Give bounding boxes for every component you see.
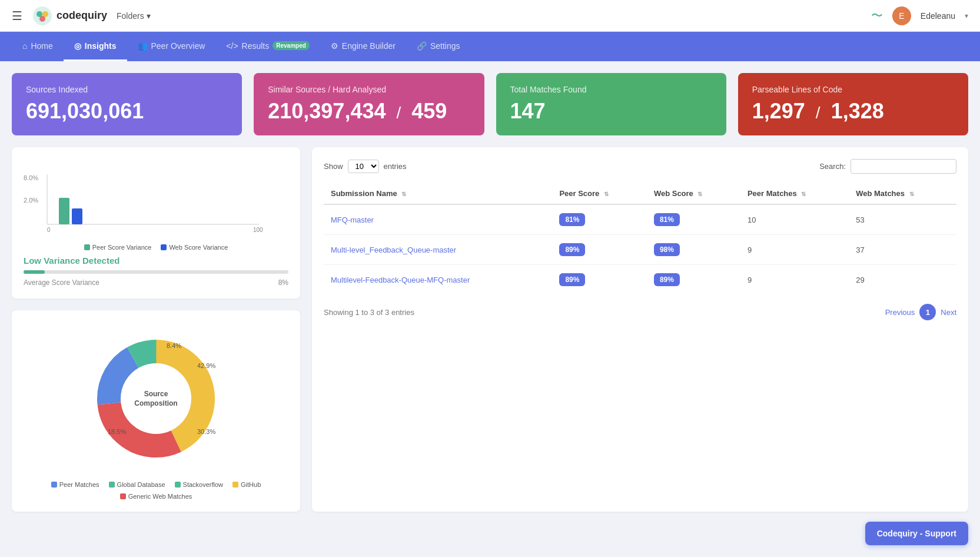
svg-point-16: [122, 364, 190, 433]
legend-peer: Peer Score Variance: [84, 244, 152, 251]
hamburger-icon[interactable]: ☰: [12, 9, 22, 23]
cell-peer-matches: 10: [740, 204, 849, 235]
stat-card-sources-indexed: Sources Indexed 691,030,061: [12, 73, 242, 135]
tab-insights[interactable]: ◎ Insights: [64, 32, 127, 61]
data-table: Submission Name ⇅ Peer Score ⇅ Web Score…: [324, 183, 956, 294]
svg-text:0: 0: [47, 227, 51, 233]
avg-variance-row: Average Score Variance 8%: [24, 278, 288, 287]
legend-peer-matches: Peer Matches: [51, 481, 99, 488]
next-button[interactable]: Next: [941, 308, 956, 317]
stat-label-similar: Similar Sources / Hard Analysed: [268, 85, 470, 94]
table-row: MFQ-master 81% 81% 10 53: [324, 204, 956, 235]
tab-peer-overview[interactable]: 👥 Peer Overview: [127, 32, 216, 61]
variance-chart-svg: 8.0% 2.0% 0 100: [24, 168, 271, 233]
folders-button[interactable]: Folders ▾: [117, 11, 151, 21]
svg-text:8.4%: 8.4%: [167, 342, 181, 349]
settings-icon: 🔗: [417, 41, 427, 51]
stat-value-parseable: 1,297 / 1,328: [752, 99, 954, 124]
prev-button[interactable]: Previous: [885, 308, 915, 317]
cell-peer-score: 89%: [552, 265, 647, 295]
svg-text:Source: Source: [144, 390, 168, 398]
pulse-icon[interactable]: 〜: [871, 8, 883, 24]
cell-submission-name: Multilevel-Feedback-Queue-MFQ-master: [324, 265, 552, 295]
col-submission-name[interactable]: Submission Name ⇅: [324, 183, 552, 204]
svg-text:Composition: Composition: [134, 399, 177, 407]
col-web-matches[interactable]: Web Matches ⇅: [849, 183, 956, 204]
cell-peer-matches: 9: [740, 235, 849, 265]
pagination: Previous 1 Next: [885, 304, 956, 320]
donut-chart-svg: Source Composition 42.9% 30.3% 18.5% 8.4…: [79, 322, 232, 475]
show-label: Show: [324, 162, 343, 171]
left-panels: 8.0% 2.0% 0 100 Peer Score Variance: [12, 147, 300, 512]
support-button[interactable]: Codequiry - Support: [865, 522, 968, 545]
cell-web-score: 81%: [647, 204, 740, 235]
nav-tabs: ⌂ Home ◎ Insights 👥 Peer Overview </> Re…: [0, 32, 980, 61]
entries-label: entries: [384, 162, 407, 171]
topbar-right: 〜 E Edeleanu ▾: [871, 6, 968, 25]
user-chevron-icon[interactable]: ▾: [965, 12, 968, 20]
stat-value-similar: 210,397,434 / 459: [268, 99, 470, 124]
tab-home[interactable]: ⌂ Home: [12, 32, 64, 61]
submission-link[interactable]: MFQ-master: [331, 215, 374, 224]
stat-label-matches: Total Matches Found: [510, 85, 712, 94]
results-icon: </>: [226, 41, 238, 51]
cell-web-matches: 37: [849, 235, 956, 265]
svg-rect-8: [59, 198, 69, 224]
svg-point-3: [39, 16, 45, 22]
cell-peer-score: 89%: [552, 235, 647, 265]
col-web-score[interactable]: Web Score ⇅: [647, 183, 740, 204]
search-row: Search:: [819, 159, 956, 174]
svg-rect-9: [72, 208, 82, 224]
variance-bar-fill: [24, 270, 45, 274]
tab-engine-builder[interactable]: ⚙ Engine Builder: [320, 32, 406, 61]
web-score-badge: 89%: [654, 273, 680, 286]
col-peer-score[interactable]: Peer Score ⇅: [552, 183, 647, 204]
variance-chart: 8.0% 2.0% 0 100: [24, 168, 288, 239]
sort-icon-web-score: ⇅: [697, 191, 702, 197]
peer-matches-dot: [51, 482, 57, 488]
col-peer-matches[interactable]: Peer Matches ⇅: [740, 183, 849, 204]
submission-link[interactable]: Multi-level_Feedback_Queue-master: [331, 246, 456, 254]
avg-variance-label: Average Score Variance: [24, 278, 99, 287]
cell-web-score: 98%: [647, 235, 740, 265]
cell-web-matches: 53: [849, 204, 956, 235]
search-input[interactable]: [851, 159, 956, 174]
show-select[interactable]: 10 25 50: [348, 160, 379, 173]
svg-text:2.0%: 2.0%: [24, 197, 38, 204]
legend-global-db: Global Database: [109, 481, 165, 488]
cell-submission-name: Multi-level_Feedback_Queue-master: [324, 235, 552, 265]
svg-text:18.5%: 18.5%: [108, 428, 126, 435]
sort-icon-peer-matches: ⇅: [801, 191, 806, 197]
chart-legend: Peer Score Variance Web Score Variance: [24, 244, 288, 251]
table-row: Multilevel-Feedback-Queue-MFQ-master 89%…: [324, 265, 956, 295]
svg-text:100: 100: [253, 227, 263, 233]
current-page[interactable]: 1: [919, 304, 936, 320]
submission-link[interactable]: Multilevel-Feedback-Queue-MFQ-master: [331, 276, 470, 284]
svg-text:8.0%: 8.0%: [24, 174, 38, 181]
logo: codequiry: [32, 5, 107, 26]
stat-card-parseable-lines: Parseable Lines of Code 1,297 / 1,328: [738, 73, 968, 135]
sort-icon-peer-score: ⇅: [604, 191, 609, 197]
tab-results[interactable]: </> Results Revamped: [215, 32, 320, 61]
user-name: Edeleanu: [921, 11, 955, 21]
table-body: MFQ-master 81% 81% 10 53 Multi-level_Fee…: [324, 204, 956, 294]
donut-panel: Source Composition 42.9% 30.3% 18.5% 8.4…: [12, 310, 300, 512]
table-row: Multi-level_Feedback_Queue-master 89% 98…: [324, 235, 956, 265]
cell-peer-score: 81%: [552, 204, 647, 235]
stackoverflow-dot: [175, 482, 181, 488]
sort-icon-web-matches: ⇅: [909, 191, 914, 197]
legend-github: GitHub: [232, 481, 261, 488]
avatar: E: [892, 6, 911, 25]
cell-web-score: 89%: [647, 265, 740, 295]
avg-variance-value: 8%: [278, 278, 288, 287]
variance-bar: [24, 270, 288, 274]
search-label: Search:: [819, 162, 846, 171]
web-score-badge: 81%: [654, 213, 680, 226]
svg-text:30.3%: 30.3%: [197, 428, 215, 435]
tab-settings[interactable]: 🔗 Settings: [406, 32, 471, 61]
cell-web-matches: 29: [849, 265, 956, 295]
topbar: ☰ codequiry Folders ▾ 〜 E Edeleanu ▾: [0, 0, 980, 32]
global-db-dot: [109, 482, 115, 488]
sort-icon-submission: ⇅: [401, 191, 406, 197]
generic-web-dot: [120, 493, 126, 499]
